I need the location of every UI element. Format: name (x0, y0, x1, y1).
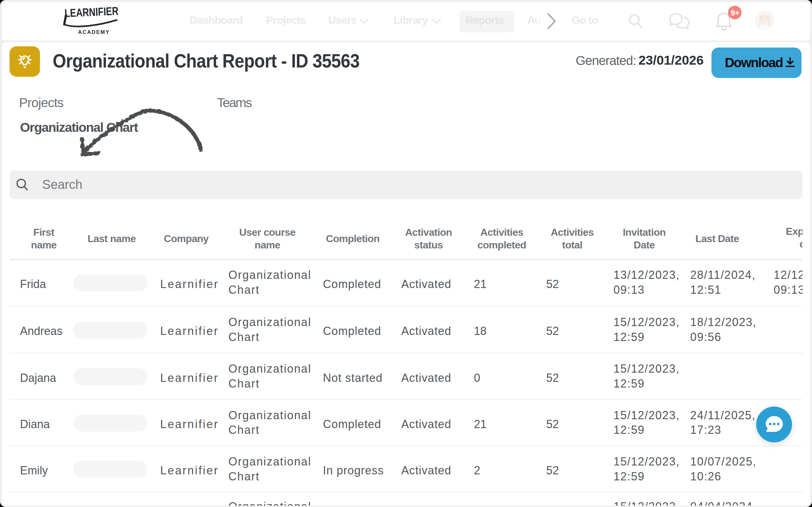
svg-text:ACADEMY: ACADEMY (78, 29, 111, 35)
svg-text:LEARNIFIER: LEARNIFIER (64, 4, 119, 20)
